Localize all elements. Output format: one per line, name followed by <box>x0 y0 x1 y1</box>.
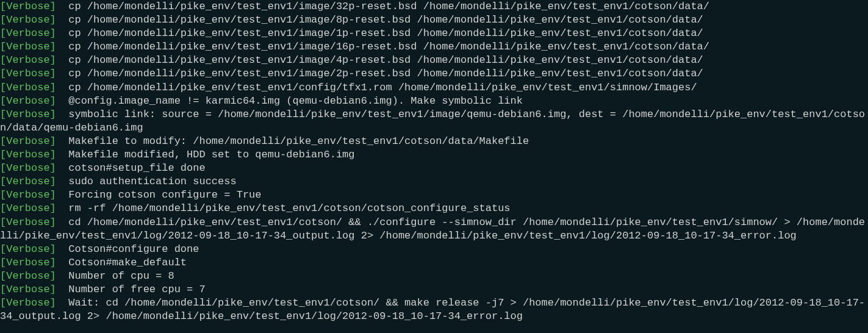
log-message: cp /home/mondelli/pike_env/test_env1/ima… <box>56 27 703 39</box>
log-line: [Verbose] cp /home/mondelli/pike_env/tes… <box>0 0 868 13</box>
log-message: Makefile to modify: /home/mondelli/pike_… <box>56 135 529 147</box>
log-line: [Verbose] rm -rf /home/mondelli/pike_env… <box>0 202 868 215</box>
log-level-tag: [Verbose] <box>0 27 56 39</box>
log-message: Cotson#make_default <box>56 257 187 268</box>
log-line: [Verbose] cd /home/mondelli/pike_env/tes… <box>0 216 868 243</box>
log-level-tag: [Verbose] <box>0 109 56 120</box>
log-line: [Verbose] Cotson#make_default <box>0 256 868 270</box>
log-message: Wait: cd /home/mondelli/pike_env/test_en… <box>0 297 865 322</box>
log-message: cp /home/mondelli/pike_env/test_env1/ima… <box>56 68 703 79</box>
log-level-tag: [Verbose] <box>0 149 56 160</box>
log-line: [Verbose] Number of cpu = 8 <box>0 270 868 283</box>
log-line: [Verbose] Forcing cotson configure = Tru… <box>0 188 868 202</box>
log-level-tag: [Verbose] <box>0 284 56 295</box>
log-message: cp /home/mondelli/pike_env/test_env1/con… <box>56 82 697 93</box>
log-line: [Verbose] sudo authentication success <box>0 175 868 188</box>
log-message: Cotson#configure done <box>56 243 199 255</box>
log-message: @config.image_name != karmic64.img (qemu… <box>56 95 523 107</box>
log-level-tag: [Verbose] <box>0 14 56 26</box>
log-message: Number of cpu = 8 <box>56 270 174 282</box>
log-message: cp /home/mondelli/pike_env/test_env1/ima… <box>56 1 709 12</box>
log-level-tag: [Verbose] <box>0 297 56 309</box>
log-level-tag: [Verbose] <box>0 82 56 93</box>
log-level-tag: [Verbose] <box>0 243 56 255</box>
log-message: symbolic link: source = /home/mondelli/p… <box>0 109 865 134</box>
log-line: [Verbose] cotson#setup_file done <box>0 162 868 175</box>
log-line: [Verbose] cp /home/mondelli/pike_env/tes… <box>0 40 868 54</box>
log-level-tag: [Verbose] <box>0 162 56 174</box>
terminal-output: [Verbose] cp /home/mondelli/pike_env/tes… <box>0 0 868 323</box>
log-message: rm -rf /home/mondelli/pike_env/test_env1… <box>56 202 511 214</box>
log-line: [Verbose] Makefile to modify: /home/mond… <box>0 135 868 148</box>
log-line: [Verbose] @config.image_name != karmic64… <box>0 95 868 108</box>
log-level-tag: [Verbose] <box>0 202 56 214</box>
log-line: [Verbose] cp /home/mondelli/pike_env/tes… <box>0 67 868 81</box>
log-line: [Verbose] Cotson#configure done <box>0 243 868 256</box>
log-level-tag: [Verbose] <box>0 217 56 228</box>
log-level-tag: [Verbose] <box>0 95 56 107</box>
log-level-tag: [Verbose] <box>0 68 56 79</box>
log-line: [Verbose] Number of free cpu = 7 <box>0 283 868 296</box>
log-level-tag: [Verbose] <box>0 176 56 187</box>
log-level-tag: [Verbose] <box>0 1 56 12</box>
log-message: cp /home/mondelli/pike_env/test_env1/ima… <box>56 41 709 52</box>
log-level-tag: [Verbose] <box>0 54 56 66</box>
log-level-tag: [Verbose] <box>0 257 56 268</box>
log-message: Forcing cotson configure = True <box>56 189 262 201</box>
log-message: cp /home/mondelli/pike_env/test_env1/ima… <box>56 54 703 66</box>
log-line: [Verbose] Makefile modified, HDD set to … <box>0 148 868 162</box>
log-line: [Verbose] symbolic link: source = /home/… <box>0 108 868 135</box>
log-message: cotson#setup_file done <box>56 162 206 174</box>
log-message: cp /home/mondelli/pike_env/test_env1/ima… <box>56 14 703 26</box>
log-message: Number of free cpu = 7 <box>56 284 206 295</box>
log-level-tag: [Verbose] <box>0 270 56 282</box>
log-level-tag: [Verbose] <box>0 189 56 201</box>
log-message: Makefile modified, HDD set to qemu-debia… <box>56 149 355 160</box>
log-line: [Verbose] cp /home/mondelli/pike_env/tes… <box>0 27 868 40</box>
log-line: [Verbose] Wait: cd /home/mondelli/pike_e… <box>0 296 868 323</box>
log-level-tag: [Verbose] <box>0 41 56 52</box>
log-line: [Verbose] cp /home/mondelli/pike_env/tes… <box>0 81 868 95</box>
log-line: [Verbose] cp /home/mondelli/pike_env/tes… <box>0 54 868 67</box>
log-message: sudo authentication success <box>56 176 237 187</box>
log-line: [Verbose] cp /home/mondelli/pike_env/tes… <box>0 13 868 27</box>
log-message: cd /home/mondelli/pike_env/test_env1/cot… <box>0 217 865 242</box>
log-level-tag: [Verbose] <box>0 135 56 147</box>
